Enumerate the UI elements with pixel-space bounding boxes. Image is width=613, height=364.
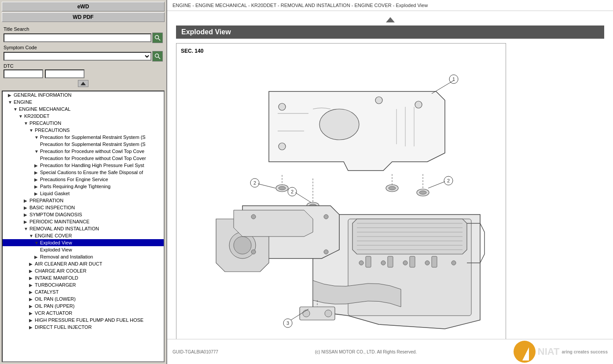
tree-item-label: TURBOCHARGER <box>35 282 76 288</box>
symptom-code-select[interactable] <box>4 52 151 61</box>
tree-item[interactable]: ▶Special Cautions to Ensure the Safe Dis… <box>3 169 164 176</box>
tree-item[interactable]: ▶AIR CLEANER AND AIR DUCT <box>3 260 164 267</box>
tree-item[interactable]: ▶SYMPTOM DIAGNOSIS <box>3 211 164 218</box>
tree-item[interactable]: ▼PRECAUTIONS <box>3 127 164 134</box>
tree-item[interactable]: ▼ENGINE MECHANICAL <box>3 106 164 113</box>
tree-arrow-icon: ▼ <box>34 240 39 245</box>
svg-point-46 <box>324 250 328 254</box>
tree-arrow-icon: ▶ <box>29 311 33 316</box>
svg-point-61 <box>325 310 332 317</box>
tree-arrow-icon: ▶ <box>29 269 33 273</box>
wd-pdf-button[interactable]: WD PDF <box>2 12 165 22</box>
tree-item[interactable]: ▶VCR ACTUATOR <box>3 309 164 317</box>
tree-item-label: PRECAUTIONS <box>35 127 70 133</box>
tree-item[interactable]: ▶Liquid Gasket <box>3 190 164 197</box>
tree-item[interactable]: ▶BASIC INSPECTION <box>3 204 164 211</box>
tree-arrow-icon: ▼ <box>34 135 39 140</box>
tree-item-label: ENGINE <box>14 99 32 105</box>
symptom-search-button[interactable] <box>152 51 163 62</box>
tree-item[interactable]: ▶TURBOCHARGER <box>3 281 164 288</box>
svg-line-30 <box>428 182 445 188</box>
tree-item[interactable]: ▶CHARGE AIR COOLER <box>3 267 164 274</box>
title-search-input[interactable] <box>4 33 151 42</box>
svg-text:2: 2 <box>447 178 450 183</box>
tree-item[interactable]: ▼PRECAUTION <box>3 120 164 127</box>
svg-point-44 <box>251 250 256 254</box>
tree-item-label: CHARGE AIR COOLER <box>35 268 86 273</box>
tree-item[interactable]: Precaution for Supplemental Restraint Sy… <box>3 141 164 148</box>
tree-item[interactable]: ▶DIRECT FUEL INJECTOR <box>3 324 164 331</box>
tree-item[interactable]: ▶Precautions For Engine Service <box>3 176 164 183</box>
svg-point-9 <box>375 97 382 104</box>
tree-item[interactable]: ▼REMOVAL AND INSTALLATION <box>3 225 164 232</box>
tree-arrow-icon: ▶ <box>24 219 28 224</box>
tree-item-label: Precautions For Engine Service <box>40 177 108 182</box>
tree-item[interactable]: ▶Precaution for Handling High Pressure F… <box>3 162 164 169</box>
ewd-button[interactable]: eWD <box>2 2 165 11</box>
tree-item[interactable]: ▼KR20DDET <box>3 113 164 120</box>
tree-item[interactable]: ▼ENGINE <box>3 98 164 106</box>
tree-item-label: PREPARATION <box>29 198 63 203</box>
tree-arrow-icon: ▶ <box>29 290 33 295</box>
tree-item-label: OIL PAN (UPPER) <box>35 303 74 309</box>
scroll-up-button[interactable] <box>176 15 604 25</box>
tree-item[interactable]: Exploded View <box>3 246 164 253</box>
tree-item-label: AIR CLEANER AND AIR DUCT <box>35 261 102 266</box>
svg-point-37 <box>234 237 251 254</box>
tree-item[interactable]: ▶GENERAL INFORMATION <box>3 91 164 98</box>
tree-item[interactable]: ▼Precaution for Procedure without Cowl T… <box>3 148 164 155</box>
navigation-tree: ▶GENERAL INFORMATION▼ENGINE▼ENGINE MECHA… <box>2 91 165 362</box>
svg-line-27 <box>258 184 275 188</box>
tree-item[interactable]: ▶Removal and Installation <box>3 253 164 260</box>
tree-item-label: Precaution for Handling High Pressure Fu… <box>40 163 144 168</box>
dtc-input-2[interactable] <box>45 69 84 78</box>
tree-arrow-icon: ▼ <box>18 114 23 119</box>
brand-logo: NIAT aring creates success <box>514 341 608 363</box>
tree-item-label: HIGH PRESSURE FUEL PUMP AND FUEL HOSE <box>35 317 143 323</box>
tree-item[interactable]: ▶HIGH PRESSURE FUEL PUMP AND FUEL HOSE <box>3 317 164 324</box>
tree-item-label: Precaution for Supplemental Restraint Sy… <box>40 142 146 147</box>
tree-arrow-icon: ▼ <box>24 226 28 231</box>
title-search-label: Title Search <box>4 26 163 32</box>
tree-arrow-icon: ▼ <box>34 149 39 154</box>
svg-point-24 <box>389 186 396 190</box>
svg-point-54 <box>359 261 363 265</box>
tree-item[interactable]: Precaution for Procedure without Cowl To… <box>3 155 164 162</box>
svg-marker-4 <box>81 82 86 85</box>
svg-line-16 <box>432 80 454 94</box>
tree-item[interactable]: ▼ENGINE COVER <box>3 232 164 239</box>
tree-arrow-icon: ▼ <box>29 128 33 133</box>
svg-point-8 <box>279 143 286 150</box>
tree-arrow-icon: ▶ <box>34 184 39 189</box>
section-header: Exploded View <box>176 25 604 39</box>
tree-item-label: BASIC INSPECTION <box>29 205 75 210</box>
tree-item-label: Exploded View <box>40 240 72 245</box>
tree-item[interactable]: ▼Exploded View <box>3 239 164 246</box>
tree-item-label: PRECAUTION <box>29 120 61 126</box>
tree-item[interactable]: ▶OIL PAN (UPPER) <box>3 302 164 309</box>
search-button[interactable] <box>152 33 163 43</box>
tree-item[interactable]: ▶CATALYST <box>3 288 164 295</box>
tree-item[interactable]: ▶PERIODIC MAINTENANCE <box>3 218 164 225</box>
tree-item-label: PERIODIC MAINTENANCE <box>29 219 89 224</box>
svg-text:2: 2 <box>253 180 256 186</box>
exploded-view-diagram: 1 <box>181 56 489 339</box>
tree-item-label: ENGINE MECHANICAL <box>19 106 70 112</box>
collapse-icon <box>81 82 86 85</box>
tree-item[interactable]: ▶PREPARATION <box>3 197 164 204</box>
collapse-button[interactable] <box>78 80 88 87</box>
tree-arrow-icon: ▶ <box>24 212 28 217</box>
tree-arrow-icon: ▶ <box>29 283 33 288</box>
svg-text:1: 1 <box>452 76 455 82</box>
tree-item[interactable]: ▶INTAKE MANIFOLD <box>3 274 164 281</box>
dtc-input-1[interactable] <box>4 69 43 78</box>
tree-item-label: CATALYST <box>35 289 59 295</box>
tree-arrow-icon: ▶ <box>34 163 39 168</box>
tree-item-label: DIRECT FUEL INJECTOR <box>35 324 92 330</box>
footer-bar: GUID-TGALBIA010777 (c) NISSAN MOTOR CO.,… <box>167 339 613 364</box>
tree-item[interactable]: ▶Parts Requiring Angle Tightening <box>3 183 164 190</box>
tree-item[interactable]: ▶OIL PAN (LOWER) <box>3 295 164 302</box>
tree-item-label: Removal and Installation <box>40 254 93 259</box>
tree-item[interactable]: ▼Precaution for Supplemental Restraint S… <box>3 134 164 141</box>
svg-point-2 <box>155 54 159 58</box>
